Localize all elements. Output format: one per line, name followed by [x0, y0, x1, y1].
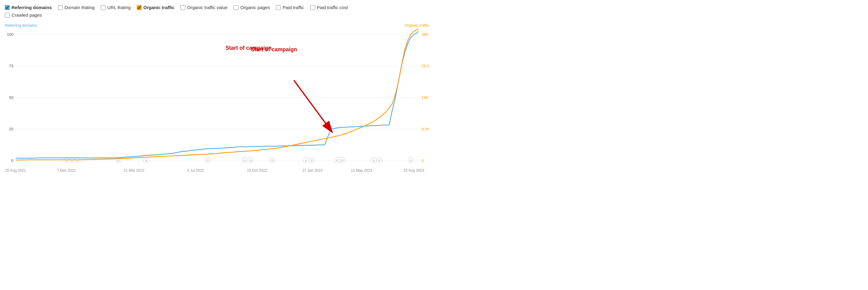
- axis-right-label: Organic traffic: [405, 23, 429, 28]
- svg-text:28.5K: 28.5K: [422, 64, 429, 68]
- svg-text:38K: 38K: [422, 32, 429, 37]
- campaign-text-label: Start of campaign: [225, 45, 272, 51]
- svg-text:0: 0: [422, 158, 424, 163]
- checkbox-crawled-pages[interactable]: Crawled pages: [5, 12, 42, 18]
- svg-text:100: 100: [7, 32, 13, 37]
- svg-text:G: G: [207, 159, 209, 162]
- svg-text:G: G: [71, 159, 73, 162]
- svg-text:G: G: [311, 159, 313, 162]
- checkbox-organic-traffic-value[interactable]: Organic traffic value: [181, 5, 227, 10]
- svg-text:G: G: [65, 159, 67, 162]
- svg-text:G: G: [118, 159, 120, 162]
- svg-text:G: G: [336, 159, 338, 162]
- svg-text:G: G: [271, 159, 273, 162]
- axis-left-label: Referring domains: [5, 23, 37, 28]
- svg-text:G: G: [244, 159, 246, 162]
- checkbox-paid-traffic[interactable]: Paid traffic: [276, 5, 304, 10]
- chart-area: Referring domains Organic traffic Start …: [5, 23, 429, 199]
- chart-svg: 100 75 50 25 0 38K 28.5K 19K 9.5K 0 G G …: [5, 28, 429, 186]
- svg-text:75: 75: [9, 64, 14, 68]
- svg-text:G: G: [373, 159, 375, 162]
- axis-labels-row: Referring domains Organic traffic: [5, 23, 429, 28]
- checkbox-organic-pages[interactable]: Organic pages: [234, 5, 270, 10]
- svg-text:25 Aug 2021: 25 Aug 2021: [5, 168, 26, 173]
- svg-text:G: G: [250, 159, 252, 162]
- svg-text:27 Jan 2023: 27 Jan 2023: [302, 168, 322, 173]
- blue-line: [16, 31, 418, 158]
- svg-text:19K: 19K: [422, 95, 429, 100]
- svg-text:23 Aug 2023: 23 Aug 2023: [403, 168, 424, 173]
- orange-line: [16, 29, 418, 160]
- svg-text:7 Dec 2021: 7 Dec 2021: [57, 168, 76, 173]
- checkbox-url-rating[interactable]: URL Rating: [101, 5, 131, 10]
- svg-text:G: G: [76, 159, 79, 162]
- svg-text:G: G: [145, 159, 147, 162]
- svg-text:11 May 2023: 11 May 2023: [351, 168, 372, 173]
- svg-text:G: G: [305, 159, 307, 162]
- svg-text:9.5K: 9.5K: [422, 127, 429, 132]
- checkbox-organic-traffic[interactable]: Organic traffic: [137, 5, 175, 10]
- filter-checkboxes-row1: Referring domains Domain Rating URL Rati…: [5, 5, 429, 10]
- svg-text:50: 50: [9, 95, 14, 100]
- svg-text:25: 25: [9, 127, 14, 132]
- checkbox-paid-traffic-cost[interactable]: Paid traffic cost: [310, 5, 348, 10]
- svg-text:G: G: [378, 159, 380, 162]
- filter-checkboxes-row2: Crawled pages: [5, 12, 429, 18]
- svg-text:G: G: [341, 159, 344, 162]
- chart-container: Start of campaign 100 75 50 25 0 38K 28.…: [5, 28, 429, 186]
- svg-text:3 Jul 2022: 3 Jul 2022: [187, 168, 204, 173]
- checkbox-referring-domains[interactable]: Referring domains: [5, 5, 52, 10]
- svg-text:0: 0: [11, 158, 13, 163]
- svg-text:15 Oct 2022: 15 Oct 2022: [247, 168, 267, 173]
- checkbox-domain-rating[interactable]: Domain Rating: [58, 5, 95, 10]
- svg-text:21 Mar 2022: 21 Mar 2022: [124, 168, 144, 173]
- campaign-arrow: [294, 80, 332, 133]
- svg-text:G: G: [410, 159, 412, 162]
